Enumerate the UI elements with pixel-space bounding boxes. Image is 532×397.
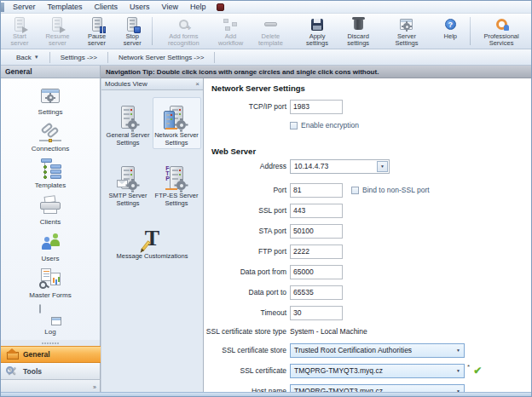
sidebar-label: Log bbox=[44, 328, 55, 336]
menu-users[interactable]: Users bbox=[124, 1, 156, 13]
sidebar-item-users[interactable]: Users bbox=[1, 228, 100, 265]
add-forms-recognition-button[interactable]: + Add forms recognition bbox=[155, 14, 212, 48]
data-port-from-label: Data port from bbox=[204, 268, 286, 276]
general-tab-label: General bbox=[23, 350, 50, 359]
bind-non-ssl-checkbox[interactable] bbox=[351, 187, 359, 194]
start-server-label: Start server bbox=[6, 33, 33, 47]
toolbar-separator bbox=[383, 17, 384, 45]
enable-encryption-checkbox[interactable] bbox=[290, 122, 298, 129]
toolbar: Start server Resume server Pause server … bbox=[1, 14, 531, 49]
back-button[interactable]: Back ▼ bbox=[8, 51, 48, 64]
chevron-down-icon[interactable]: ▼ bbox=[377, 161, 388, 172]
toolbar-separator bbox=[152, 17, 153, 45]
stop-server-button[interactable]: Stop server bbox=[115, 14, 149, 48]
resume-server-button[interactable]: Resume server bbox=[37, 14, 78, 48]
sidebar-resize-grip[interactable] bbox=[1, 340, 101, 346]
address-row: Address 10.14.4.73 ▼ bbox=[204, 158, 390, 174]
sidebar-item-templates[interactable]: Templates bbox=[1, 155, 100, 192]
module-ftp-es-server-settings[interactable]: FTP FTP-ES Server Settings bbox=[153, 158, 201, 210]
menu-view[interactable]: View bbox=[156, 1, 184, 13]
sidebar-label: Connections bbox=[32, 145, 69, 152]
sidebar-label: Templates bbox=[35, 181, 66, 189]
module-label: FTP-ES Server Settings bbox=[153, 192, 200, 207]
chevron-down-icon[interactable]: ▼ bbox=[453, 365, 464, 377]
module-message-customizations[interactable]: T Message Customizations bbox=[101, 218, 203, 262]
sidebar-tab-general[interactable]: General bbox=[1, 346, 101, 363]
start-server-button[interactable]: Start server bbox=[3, 14, 37, 48]
sidebar-label: Settings bbox=[38, 108, 63, 116]
address-combobox[interactable]: 10.14.4.73 ▼ bbox=[290, 159, 390, 174]
configure-buttons-chevron[interactable]: » bbox=[93, 384, 96, 390]
toolbar-separator bbox=[295, 17, 296, 45]
cert-store-combobox[interactable]: Trusted Root Certification Authorities ▼ bbox=[290, 343, 465, 358]
ssl-certificate-value: TMQPRG-TMYQT3.myq.cz bbox=[294, 366, 383, 375]
module-general-server-settings[interactable]: General Server Settings bbox=[104, 97, 153, 149]
add-workflow-button[interactable]: Add workflow bbox=[212, 14, 250, 48]
sidebar-item-master-forms[interactable]: Master Forms bbox=[1, 265, 100, 302]
tcpip-port-row: TCP/IP port bbox=[204, 99, 343, 114]
enable-encryption-row: Enable encryption bbox=[204, 118, 359, 133]
menu-templates[interactable]: Templates bbox=[42, 1, 89, 13]
discard-settings-label: Discard settings bbox=[340, 33, 377, 47]
module-label: Network Server Settings bbox=[153, 131, 200, 147]
ssl-certificate-combobox[interactable]: TMQPRG-TMYQT3.myq.cz ▼ bbox=[290, 364, 465, 378]
server-settings-button[interactable]: Server Settings bbox=[385, 14, 427, 48]
data-port-from-input[interactable] bbox=[290, 265, 343, 279]
module-network-server-settings[interactable]: Network Server Settings bbox=[153, 97, 201, 149]
sidebar-item-log[interactable]: Log bbox=[1, 302, 100, 338]
toolbar-separator bbox=[470, 17, 471, 45]
chevron-down-icon: ▼ bbox=[34, 55, 39, 60]
sta-port-input[interactable] bbox=[290, 224, 343, 239]
tcpip-port-input[interactable] bbox=[290, 100, 343, 114]
log-icon bbox=[39, 305, 61, 325]
settings-form: Network Server Settings TCP/IP port Enab… bbox=[204, 78, 532, 394]
settings-icon bbox=[41, 89, 60, 103]
timeout-input[interactable] bbox=[290, 306, 343, 320]
workflow-icon bbox=[223, 19, 237, 31]
delete-template-button[interactable]: Delete template bbox=[249, 14, 292, 48]
menu-clients[interactable]: Clients bbox=[89, 1, 124, 13]
sidebar-header: General bbox=[1, 66, 101, 78]
tools-tab-label: Tools bbox=[23, 367, 42, 376]
navigation-bar: Back ▼ Settings ->> Network Server Setti… bbox=[1, 49, 531, 66]
pause-server-button[interactable]: Pause server bbox=[78, 14, 115, 48]
sta-port-row: STA port bbox=[204, 223, 343, 239]
module-label: General Server Settings bbox=[105, 131, 152, 147]
ssl-port-input[interactable] bbox=[290, 204, 343, 218]
module-smtp-server-settings[interactable]: SMTP Server Settings bbox=[104, 158, 153, 210]
save-icon bbox=[311, 19, 323, 31]
ftp-port-input[interactable] bbox=[290, 245, 343, 259]
port-label: Port bbox=[204, 186, 286, 194]
professional-services-button[interactable]: Professional Services bbox=[473, 14, 529, 48]
breadcrumb-settings[interactable]: Settings ->> bbox=[52, 51, 106, 64]
help-button[interactable]: ? Help bbox=[433, 14, 467, 48]
professional-services-label: Professional Services bbox=[477, 33, 526, 47]
tcpip-port-label: TCP/IP port bbox=[204, 102, 286, 111]
ssl-certificate-row: SSL certificate TMQPRG-TMYQT3.myq.cz ▼ *… bbox=[204, 363, 482, 378]
address-value: 10.14.4.73 bbox=[294, 162, 328, 170]
pause-server-label: Pause server bbox=[82, 33, 112, 47]
sidebar-item-connections[interactable]: Connections bbox=[1, 118, 100, 155]
chevron-down-icon[interactable]: ▼ bbox=[453, 344, 464, 357]
data-port-to-input[interactable] bbox=[290, 285, 343, 300]
menu-help[interactable]: Help bbox=[184, 1, 212, 13]
server-settings-label: Server Settings bbox=[389, 33, 424, 47]
address-label: Address bbox=[204, 162, 286, 170]
modules-grid: General Server Settings Network Server S… bbox=[101, 90, 203, 271]
help-icon: ? bbox=[445, 19, 456, 30]
menu-server[interactable]: Server bbox=[7, 1, 42, 13]
sidebar-item-settings[interactable]: Settings bbox=[1, 82, 100, 118]
window-bottom-frame bbox=[1, 392, 531, 396]
close-icon[interactable]: × bbox=[195, 81, 200, 88]
ssl-port-label: SSL port bbox=[204, 206, 286, 215]
sidebar-tab-tools[interactable]: Tools bbox=[1, 363, 101, 380]
users-icon bbox=[39, 233, 61, 251]
help-label: Help bbox=[444, 33, 457, 40]
apply-settings-button[interactable]: Apply settings bbox=[298, 14, 336, 48]
breadcrumb-network-server-settings[interactable]: Network Server Settings ->> bbox=[110, 51, 212, 64]
discard-settings-button[interactable]: Discard settings bbox=[337, 14, 380, 48]
sidebar-item-clients[interactable]: Clients bbox=[1, 192, 100, 228]
quick-access-icon[interactable] bbox=[217, 3, 224, 11]
delete-template-icon bbox=[264, 22, 277, 26]
port-input[interactable] bbox=[290, 183, 343, 198]
